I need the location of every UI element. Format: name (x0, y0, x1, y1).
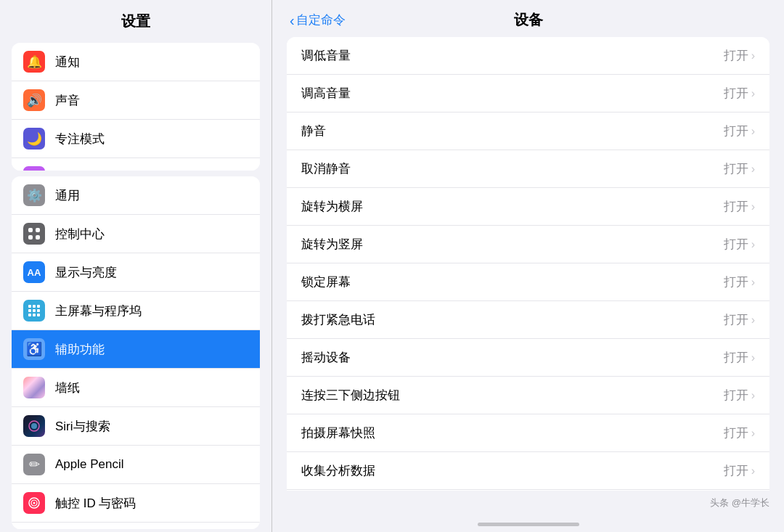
sidebar-item-controlcenter[interactable]: 控制中心 (12, 215, 260, 253)
notifications-icon: 🔔 (23, 51, 45, 73)
touchid-icon (23, 492, 45, 514)
tripleside-right: 打开 › (724, 387, 755, 404)
row-shake[interactable]: 摇动设备 打开 › (287, 339, 769, 377)
shake-chevron: › (751, 351, 755, 364)
landscape-label: 旋转为横屏 (301, 198, 363, 215)
unmute-label: 取消静音 (301, 160, 351, 177)
sidebar-item-general[interactable]: ⚙️ 通用 (12, 176, 260, 215)
mute-right: 打开 › (724, 123, 755, 139)
unmute-value: 打开 (724, 160, 748, 177)
analytics-label: 收集分析数据 (301, 462, 375, 479)
sidebar-title: 设置 (0, 0, 271, 40)
sidebar-item-battery[interactable]: 电池 (12, 523, 260, 529)
emergency-right: 打开 › (724, 311, 755, 328)
row-lockscreen[interactable]: 锁定屏幕 打开 › (287, 263, 769, 301)
vol-down-chevron: › (751, 49, 755, 62)
portrait-chevron: › (751, 238, 755, 251)
main-content: 调低音量 打开 › 调高音量 打开 › 静音 打开 (272, 37, 784, 491)
svg-rect-7 (28, 309, 31, 312)
notifications-label: 通知 (55, 54, 80, 70)
analytics-value: 打开 (724, 462, 748, 479)
screenshot-label: 拍摄屏幕快照 (301, 425, 375, 441)
screenshot-right: 打开 › (724, 425, 755, 441)
controlcenter-icon (23, 223, 45, 245)
focus-label: 专注模式 (55, 131, 105, 147)
applepencil-icon: ✏ (23, 454, 45, 475)
vol-down-label: 调低音量 (301, 47, 351, 64)
main-title: 设备 (514, 10, 543, 30)
mute-value: 打开 (724, 123, 748, 139)
landscape-right: 打开 › (724, 198, 755, 215)
lockscreen-right: 打开 › (724, 274, 755, 290)
sidebar-item-wallpaper[interactable]: 墙纸 (12, 369, 260, 407)
row-vol-down[interactable]: 调低音量 打开 › (287, 37, 769, 75)
display-icon: AA (23, 261, 45, 283)
screenshot-chevron: › (751, 427, 755, 440)
wallpaper-label: 墙纸 (55, 380, 80, 396)
row-tripleside[interactable]: 连按三下侧边按钮 打开 › (287, 377, 769, 414)
screentime-label: 屏幕使用时间 (55, 169, 129, 171)
portrait-label: 旋转为竖屏 (301, 236, 363, 253)
vol-down-right: 打开 › (724, 47, 755, 64)
sidebar-item-touchid[interactable]: 触控 ID 与密码 (12, 484, 260, 523)
emergency-chevron: › (751, 314, 755, 327)
row-portrait[interactable]: 旋转为竖屏 打开 › (287, 226, 769, 263)
svg-rect-4 (28, 305, 31, 308)
vol-up-value: 打开 (724, 85, 748, 102)
settings-group-device: 调低音量 打开 › 调高音量 打开 › 静音 打开 (287, 37, 769, 491)
row-screenshot[interactable]: 拍摄屏幕快照 打开 › (287, 414, 769, 452)
sidebar-item-sounds[interactable]: 🔊 声音 (12, 81, 260, 120)
sidebar-item-homescreen[interactable]: 主屏幕与程序坞 (12, 292, 260, 330)
row-vol-up[interactable]: 调高音量 打开 › (287, 75, 769, 112)
shake-right: 打开 › (724, 349, 755, 366)
display-label: 显示与亮度 (55, 264, 117, 281)
tripleside-chevron: › (751, 389, 755, 402)
row-landscape[interactable]: 旋转为横屏 打开 › (287, 188, 769, 226)
mute-chevron: › (751, 125, 755, 138)
general-icon: ⚙️ (23, 184, 45, 206)
sidebar-item-siri[interactable]: Siri与搜索 (12, 407, 260, 446)
row-analytics[interactable]: 收集分析数据 打开 › (287, 452, 769, 490)
sounds-icon: 🔊 (23, 89, 45, 111)
sidebar-item-applepencil[interactable]: ✏ Apple Pencil (12, 446, 260, 484)
svg-rect-12 (37, 314, 40, 316)
svg-rect-5 (33, 305, 36, 308)
landscape-value: 打开 (724, 198, 748, 215)
row-mute[interactable]: 静音 打开 › (287, 112, 769, 150)
tripleside-value: 打开 (724, 387, 748, 404)
sidebar-item-screentime[interactable]: ⏳ 屏幕使用时间 (12, 158, 260, 171)
vol-up-right: 打开 › (724, 85, 755, 102)
back-button[interactable]: ‹ 自定命令 (290, 12, 346, 28)
sidebar-item-notifications[interactable]: 🔔 通知 (12, 43, 260, 81)
row-unmute[interactable]: 取消静音 打开 › (287, 150, 769, 188)
vol-down-value: 打开 (724, 47, 748, 64)
svg-rect-3 (36, 235, 40, 240)
lockscreen-chevron: › (751, 276, 755, 289)
row-emergency[interactable]: 拨打紧急电话 打开 › (287, 301, 769, 339)
analytics-chevron: › (751, 465, 755, 478)
sidebar-group-1: 🔔 通知 🔊 声音 🌙 专注模式 ⏳ 屏幕使用时间 (12, 43, 260, 171)
screentime-icon: ⏳ (23, 166, 45, 171)
home-indicator (272, 518, 784, 532)
homescreen-label: 主屏幕与程序坞 (55, 303, 142, 319)
sounds-label: 声音 (55, 92, 80, 109)
emergency-value: 打开 (724, 311, 748, 328)
svg-rect-1 (36, 228, 40, 232)
portrait-right: 打开 › (724, 236, 755, 253)
sidebar-item-focus[interactable]: 🌙 专注模式 (12, 120, 260, 158)
lockscreen-label: 锁定屏幕 (301, 274, 351, 290)
unmute-chevron: › (751, 163, 755, 176)
accessibility-icon: ♿ (23, 338, 45, 360)
svg-rect-6 (37, 305, 40, 308)
mute-label: 静音 (301, 123, 326, 139)
shake-value: 打开 (724, 349, 748, 366)
sidebar-item-accessibility[interactable]: ♿ 辅助功能 (12, 330, 260, 369)
vol-up-chevron: › (751, 87, 755, 100)
tripleside-label: 连按三下侧边按钮 (301, 387, 400, 404)
unmute-right: 打开 › (724, 160, 755, 177)
home-bar (478, 523, 579, 526)
svg-rect-8 (33, 309, 36, 312)
sidebar-item-display[interactable]: AA 显示与亮度 (12, 253, 260, 292)
focus-icon: 🌙 (23, 128, 45, 150)
watermark: 头条 @牛学长 (272, 491, 784, 518)
